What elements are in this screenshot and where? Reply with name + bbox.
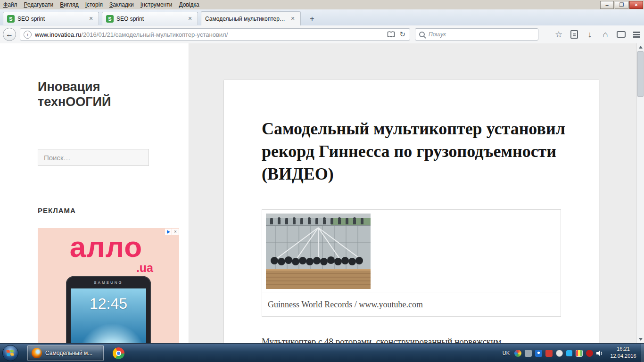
article-title: Самодельный мультикоптер установил рекор… <box>262 118 566 186</box>
taskbar-clock[interactable]: 16:21 12.04.2016 <box>607 346 640 360</box>
chrome-icon <box>113 347 124 359</box>
site-search-input[interactable] <box>38 149 149 166</box>
tray-icon[interactable] <box>556 350 563 357</box>
system-tray: UK <box>501 344 603 362</box>
tab-close-icon[interactable]: × <box>87 15 95 23</box>
tray-icon[interactable] <box>586 350 593 357</box>
site-title-link[interactable]: Иновация технООГИЙ <box>38 79 151 110</box>
tab-multicopter-active[interactable]: Самодельный мультикоптер ... × <box>201 11 301 25</box>
adchoices-icon[interactable] <box>165 229 172 235</box>
minimize-button[interactable]: – <box>600 1 614 9</box>
seo-sprint-favicon: S <box>7 15 15 23</box>
url-domain: www.inovatiea.ru <box>35 31 81 38</box>
chrome-task-button[interactable] <box>109 345 127 361</box>
toolbar-actions: ☆ ↓ ⌂ <box>554 25 641 43</box>
site-info-icon[interactable]: i <box>24 31 32 39</box>
ad-close-icon[interactable]: × <box>172 229 179 235</box>
tab-label: SEO sprint <box>17 16 83 22</box>
article-figure: Guinness World Records / www.youtube.com <box>262 209 561 317</box>
back-button[interactable]: ← <box>3 28 16 41</box>
tab-bar: S SEO sprint × S SEO sprint × Самодельны… <box>0 9 644 25</box>
phone-clock: 12:45 <box>71 295 146 313</box>
tray-icon[interactable] <box>545 350 553 357</box>
adchoices-controls: × <box>165 229 179 235</box>
task-button-label: Самодельный м... <box>45 350 92 356</box>
bookmarks-menu-icon[interactable] <box>570 30 579 39</box>
advertisement-banner[interactable]: × алло .ua SAMSUNG 12:45 <box>38 228 179 343</box>
taskbar: Самодельный м... UK 16:21 12.04.2016 <box>0 343 644 362</box>
tray-icon[interactable] <box>535 350 542 357</box>
restore-button[interactable]: ❐ <box>615 1 628 9</box>
menu-bar: Файл Редагувати Вигляд Історія Закладки … <box>0 0 644 10</box>
seo-sprint-favicon: S <box>106 15 114 23</box>
chat-bubble-icon <box>617 31 626 38</box>
scroll-up-arrow[interactable] <box>637 43 644 51</box>
start-button[interactable] <box>2 345 18 361</box>
new-tab-button[interactable]: + <box>305 13 319 24</box>
downloads-icon[interactable]: ↓ <box>585 30 594 39</box>
phone-screen: 12:45 <box>71 288 146 343</box>
search-icon <box>419 32 425 37</box>
phone-image: SAMSUNG 12:45 <box>66 276 151 343</box>
url-bar[interactable]: i www.inovatiea.ru /2016/01/21/самодельн… <box>20 28 410 41</box>
tray-icon[interactable] <box>514 350 521 357</box>
menu-history[interactable]: Історія <box>82 0 106 9</box>
menu-view[interactable]: Вигляд <box>57 0 82 9</box>
page-scrollbar[interactable] <box>636 43 644 343</box>
firefox-task-button[interactable]: Самодельный м... <box>27 345 104 361</box>
article-card: Самодельный мультикоптер установил рекор… <box>224 80 599 343</box>
firefox-icon <box>32 348 42 358</box>
menu-hamburger-icon[interactable] <box>632 30 641 39</box>
hamburger-icon <box>633 34 640 35</box>
reader-mode-icon[interactable] <box>387 31 395 38</box>
tab-seo-sprint-2[interactable]: S SEO sprint × <box>102 12 198 25</box>
show-desktop-button[interactable] <box>641 344 644 362</box>
tray-icon[interactable] <box>566 350 572 356</box>
desktop: Файл Редагувати Вигляд Історія Закладки … <box>0 0 644 362</box>
tab-close-icon[interactable]: × <box>186 15 194 23</box>
ad-brand-logo: алло <box>38 228 174 266</box>
clock-time: 16:21 <box>607 346 640 353</box>
article-image <box>262 210 561 293</box>
clock-date: 12.04.2016 <box>607 353 640 360</box>
tab-label: SEO sprint <box>116 16 182 22</box>
browser-viewport: Иновация технООГИЙ РЕКЛАМА × алло .ua SA… <box>0 43 644 343</box>
menu-edit[interactable]: Редагувати <box>21 0 57 9</box>
scroll-down-arrow[interactable] <box>637 336 644 343</box>
home-icon[interactable]: ⌂ <box>601 30 610 39</box>
phone-brand-label: SAMSUNG <box>66 280 151 285</box>
tab-seo-sprint-1[interactable]: S SEO sprint × <box>3 12 99 25</box>
close-button[interactable]: × <box>629 1 643 9</box>
refresh-icon[interactable]: ↻ <box>399 30 405 39</box>
clipboard-icon <box>570 30 578 39</box>
scrollbar-thumb[interactable] <box>637 51 644 97</box>
menu-help[interactable]: Довідка <box>175 0 202 9</box>
volume-icon[interactable] <box>596 350 603 356</box>
navigation-toolbar: ← i www.inovatiea.ru /2016/01/21/самодел… <box>0 25 644 44</box>
bookmark-star-icon[interactable]: ☆ <box>554 30 563 39</box>
browser-search-box[interactable] <box>415 28 538 41</box>
tray-icon[interactable] <box>525 350 532 357</box>
language-indicator[interactable]: UK <box>501 349 511 357</box>
tab-close-icon[interactable]: × <box>289 15 297 23</box>
window-controls: – ❐ × <box>600 1 643 9</box>
tray-icon[interactable] <box>576 350 583 357</box>
image-caption: Guinness World Records / www.youtube.com <box>262 293 561 316</box>
windows-flag-icon <box>7 349 15 356</box>
tab-label: Самодельный мультикоптер ... <box>205 16 285 22</box>
menu-bookmarks[interactable]: Закладки <box>106 0 137 9</box>
ad-brand-tld: .ua <box>136 261 153 275</box>
url-path: /2016/01/21/самодельный-мультикоптер-уст… <box>81 31 228 38</box>
hello-chat-icon[interactable] <box>616 30 626 39</box>
browser-search-input[interactable] <box>425 31 538 38</box>
ads-heading: РЕКЛАМА <box>38 206 76 214</box>
menu-tools[interactable]: Інструменти <box>137 0 176 9</box>
multicopter-photo <box>266 214 371 289</box>
menu-file[interactable]: Файл <box>0 0 21 9</box>
article-body-text: Мультикоптер с 48 роторами, сконструиров… <box>262 335 563 343</box>
